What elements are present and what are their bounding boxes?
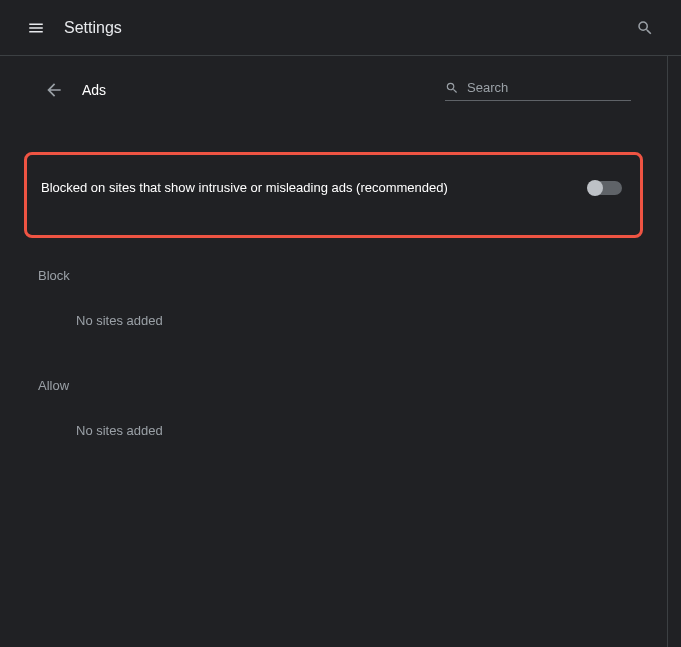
page-title: Settings bbox=[64, 19, 122, 37]
ads-toggle-row: Blocked on sites that show intrusive or … bbox=[24, 152, 643, 238]
allow-section-label: Allow bbox=[0, 368, 667, 393]
toggle-knob bbox=[587, 180, 603, 196]
topbar-search-button[interactable] bbox=[625, 8, 665, 48]
search-icon bbox=[445, 80, 459, 96]
search-field[interactable] bbox=[445, 80, 631, 101]
content-panel: Ads Blocked on sites that show intrusive… bbox=[0, 56, 668, 647]
hamburger-icon bbox=[27, 19, 45, 37]
ads-toggle-label: Blocked on sites that show intrusive or … bbox=[41, 179, 588, 197]
topbar: Settings bbox=[0, 0, 681, 56]
ads-toggle[interactable] bbox=[588, 181, 622, 195]
allow-empty-message: No sites added bbox=[0, 393, 667, 478]
subheader: Ads bbox=[0, 56, 667, 124]
back-button[interactable] bbox=[36, 72, 72, 108]
menu-button[interactable] bbox=[16, 8, 56, 48]
search-icon bbox=[636, 19, 654, 37]
block-section-label: Block bbox=[0, 258, 667, 283]
search-input[interactable] bbox=[467, 80, 631, 95]
arrow-back-icon bbox=[44, 80, 64, 100]
subheader-title: Ads bbox=[82, 82, 106, 98]
block-empty-message: No sites added bbox=[0, 283, 667, 368]
